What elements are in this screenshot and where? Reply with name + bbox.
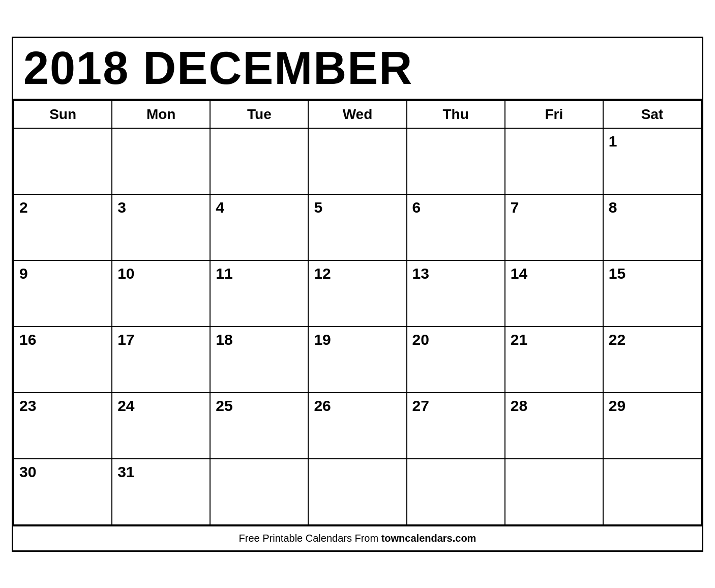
calendar-cell: 20: [407, 327, 505, 393]
calendar-cell: 6: [407, 194, 505, 260]
calendar-cell: 17: [112, 327, 210, 393]
calendar-cell: 9: [14, 260, 112, 327]
calendar-cell: 22: [603, 327, 701, 393]
week-row-6: 3031: [14, 459, 701, 525]
calendar-cell: 2: [14, 194, 112, 260]
day-header-sat: Sat: [603, 101, 701, 128]
calendar-cell: 31: [112, 459, 210, 525]
week-row-3: 9101112131415: [14, 260, 701, 327]
calendar-cell: [112, 128, 210, 194]
footer-text: Free Printable Calendars From: [239, 533, 381, 544]
calendar-cell: [308, 128, 406, 194]
calendar-cell: 5: [308, 194, 406, 260]
calendar-cell: [210, 128, 308, 194]
calendar-cell: [308, 459, 406, 525]
calendar-cell: [407, 128, 505, 194]
calendar-cell: 27: [407, 393, 505, 459]
calendar-cell: 10: [112, 260, 210, 327]
calendar-cell: 28: [505, 393, 603, 459]
day-header-thu: Thu: [407, 101, 505, 128]
calendar-cell: 18: [210, 327, 308, 393]
calendar-cell: 7: [505, 194, 603, 260]
calendar-cell: 16: [14, 327, 112, 393]
calendar-cell: [14, 128, 112, 194]
calendar-cell: 3: [112, 194, 210, 260]
calendar-cell: 4: [210, 194, 308, 260]
calendar-cell: 24: [112, 393, 210, 459]
calendar-cell: [505, 128, 603, 194]
week-row-1: 1: [14, 128, 701, 194]
calendar-cell: 23: [14, 393, 112, 459]
calendar-cell: 30: [14, 459, 112, 525]
calendar-footer: Free Printable Calendars From towncalend…: [13, 525, 702, 550]
calendar-cell: [210, 459, 308, 525]
calendar-cell: 26: [308, 393, 406, 459]
calendar-cell: 14: [505, 260, 603, 327]
calendar-cell: 15: [603, 260, 701, 327]
day-header-tue: Tue: [210, 101, 308, 128]
footer-site: towncalendars.com: [381, 533, 476, 544]
days-of-week-row: SunMonTueWedThuFriSat: [14, 101, 701, 128]
calendar-cell: 11: [210, 260, 308, 327]
week-row-5: 23242526272829: [14, 393, 701, 459]
week-row-2: 2345678: [14, 194, 701, 260]
calendar-cell: [603, 459, 701, 525]
calendar-cell: 12: [308, 260, 406, 327]
calendar-cell: 19: [308, 327, 406, 393]
calendar-title: 2018 DECEMBER: [13, 38, 702, 100]
day-header-sun: Sun: [14, 101, 112, 128]
calendar-cell: 13: [407, 260, 505, 327]
day-header-wed: Wed: [308, 101, 406, 128]
calendar-cell: 29: [603, 393, 701, 459]
day-header-mon: Mon: [112, 101, 210, 128]
week-row-4: 16171819202122: [14, 327, 701, 393]
calendar-cell: [505, 459, 603, 525]
day-header-fri: Fri: [505, 101, 603, 128]
calendar-cell: 8: [603, 194, 701, 260]
calendar-grid: SunMonTueWedThuFriSat 123456789101112131…: [13, 100, 702, 525]
calendar-container: 2018 DECEMBER SunMonTueWedThuFriSat 1234…: [12, 37, 703, 552]
calendar-cell: 1: [603, 128, 701, 194]
calendar-cell: 21: [505, 327, 603, 393]
calendar-cell: [407, 459, 505, 525]
calendar-cell: 25: [210, 393, 308, 459]
